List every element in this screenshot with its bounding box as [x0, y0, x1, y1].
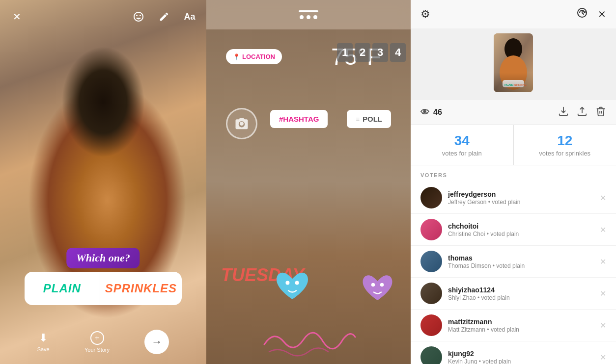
poll-sticker-button[interactable]: ≡ POLL	[347, 110, 391, 128]
text-button[interactable]: Aa	[181, 8, 198, 26]
send-button[interactable]: →	[144, 330, 169, 354]
voter-avatar	[420, 283, 442, 304]
svg-point-1	[295, 281, 299, 285]
thumb-overlay	[494, 73, 533, 92]
voter-remove-button[interactable]: ✕	[600, 257, 606, 266]
voter-item: shiyizhao1124 Shiyi Zhao • voted plain ✕	[411, 278, 616, 310]
voter-item: thomas Thomas Dimson • voted plain ✕	[411, 246, 616, 278]
story-editor-panel: ✕ Aa Which one? PLAIN SPRINKLES ⬇ Save	[0, 0, 206, 364]
voter-item: jeffreydgerson Jeffrey Gerson • voted pl…	[411, 182, 616, 214]
svg-point-3	[380, 283, 384, 287]
voter-detail: Shiyi Zhao • voted plain	[448, 294, 594, 301]
voter-username: chchoitoi	[448, 222, 594, 230]
voter-username: shiyizhao1124	[448, 286, 594, 294]
archive-icon	[576, 7, 588, 19]
voter-info: shiyizhao1124 Shiyi Zhao • voted plain	[448, 286, 594, 301]
story-editor-header: ✕ Aa	[0, 8, 206, 26]
doodle-area	[206, 315, 411, 364]
delete-icon	[595, 106, 606, 117]
voter-avatar	[420, 314, 442, 336]
sticker-icon	[133, 11, 144, 23]
blue-heart-sticker[interactable]	[273, 268, 312, 315]
story-photo	[0, 0, 206, 364]
voter-info: mattzitzmann Matt Zitzmann • voted plain	[448, 318, 594, 333]
voter-info: kjung92 Kevin Jung • voted plain	[448, 350, 594, 364]
timer-digit-4: 4	[390, 43, 406, 62]
header-dot-active	[307, 15, 310, 19]
analytics-header-actions: ✕	[576, 7, 606, 22]
header-dot	[300, 15, 304, 19]
voter-detail: Matt Zitzmann • voted plain	[448, 326, 594, 333]
voter-username: jeffreydgerson	[448, 190, 594, 198]
download-icon	[558, 106, 569, 117]
hashtag-sticker[interactable]: #HASHTAG	[270, 110, 328, 128]
poll-option-plain[interactable]: PLAIN	[25, 272, 100, 305]
download-button[interactable]	[558, 106, 569, 119]
header-dots	[300, 15, 317, 19]
sticker-tray-panel: 📍 LOCATION 75°F 1 2 3 4 #HASHTAG ≡ POLL …	[206, 0, 411, 364]
views-count: 👁 46	[420, 107, 442, 118]
voter-remove-button[interactable]: ✕	[600, 321, 606, 330]
plain-votes-label: votes for plain	[420, 150, 504, 157]
location-sticker[interactable]: 📍 LOCATION	[226, 49, 282, 64]
poll-results: 34 votes for plain 12 votes for sprinkle…	[411, 125, 616, 165]
your-story-button[interactable]: + Your Story	[84, 331, 110, 353]
camera-button[interactable]	[226, 108, 257, 139]
voter-detail: Kevin Jung • voted plain	[448, 358, 594, 364]
story-thumbnail-area: PLAIN SPRNKL	[411, 28, 616, 100]
voter-avatar	[420, 187, 442, 208]
timer-sticker[interactable]: 1 2 3 4	[337, 43, 406, 62]
blue-heart-svg	[273, 268, 312, 307]
sticker-tray-header	[206, 0, 411, 29]
header-line	[299, 10, 318, 12]
draw-button[interactable]	[155, 8, 173, 26]
voter-detail: Jeffrey Gerson • voted plain	[448, 199, 594, 206]
doodle-svg	[259, 320, 358, 359]
views-row: 👁 46	[411, 100, 616, 125]
voter-username: thomas	[448, 254, 594, 262]
sprinkles-votes-count: 12	[524, 133, 607, 149]
voter-username: kjung92	[448, 350, 594, 358]
voter-remove-button[interactable]: ✕	[600, 353, 606, 362]
voter-remove-button[interactable]: ✕	[600, 289, 606, 298]
story-bottom-toolbar: ⬇ Save + Your Story →	[0, 330, 206, 354]
purple-heart-svg	[359, 271, 396, 308]
voter-info: thomas Thomas Dimson • voted plain	[448, 254, 594, 269]
which-one-sticker[interactable]: Which one?	[66, 248, 140, 268]
voter-username: mattzitzmann	[448, 318, 594, 326]
timer-digit-2: 2	[355, 43, 370, 62]
save-button[interactable]: ⬇ Save	[37, 332, 50, 352]
draw-icon	[159, 11, 169, 22]
poll-option-sprinkles[interactable]: SPRINKLES	[100, 272, 182, 305]
voter-info: chchoitoi Christine Choi • voted plain	[448, 222, 594, 237]
svg-point-0	[285, 281, 289, 285]
poll-result-plain: 34 votes for plain	[411, 125, 514, 165]
share-button[interactable]	[577, 106, 588, 119]
svg-point-2	[371, 283, 375, 287]
voter-remove-button[interactable]: ✕	[600, 193, 606, 203]
voter-detail: Christine Choi • voted plain	[448, 231, 594, 237]
delete-button[interactable]	[595, 106, 606, 119]
settings-button[interactable]: ⚙	[420, 8, 430, 21]
plain-votes-count: 34	[420, 133, 504, 149]
voters-section: VOTERS jeffreydgerson Jeffrey Gerson • v…	[411, 165, 616, 364]
sticker-button[interactable]	[130, 8, 147, 26]
voter-item: kjung92 Kevin Jung • voted plain ✕	[411, 341, 616, 364]
voter-item: mattzitzmann Matt Zitzmann • voted plain…	[411, 310, 616, 341]
voters-header: VOTERS	[411, 165, 616, 182]
close-button[interactable]: ✕	[8, 8, 26, 26]
action-icons	[558, 106, 606, 119]
purple-heart-sticker[interactable]	[359, 271, 396, 315]
close-button-right[interactable]: ✕	[598, 8, 606, 20]
header-dot	[313, 15, 317, 19]
story-analytics-panel: ⚙ ✕	[411, 0, 616, 364]
save-icon: ⬇	[39, 332, 48, 344]
add-story-icon: +	[90, 331, 104, 345]
story-thumbnail[interactable]: PLAIN SPRNKL	[494, 33, 533, 92]
voter-info: jeffreydgerson Jeffrey Gerson • voted pl…	[448, 190, 594, 206]
voter-remove-button[interactable]: ✕	[600, 225, 606, 234]
poll-sticker[interactable]: PLAIN SPRINKLES	[25, 272, 182, 305]
archive-button[interactable]	[576, 7, 588, 22]
eye-icon: 👁	[420, 107, 429, 118]
share-icon	[577, 106, 588, 117]
